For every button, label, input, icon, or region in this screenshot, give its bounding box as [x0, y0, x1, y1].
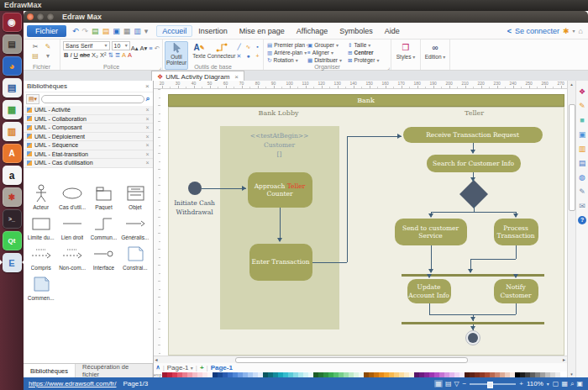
zoom-caret-icon[interactable]: ▾: [547, 381, 549, 387]
styles-icon[interactable]: ❒: [391, 40, 420, 54]
page-tab-active[interactable]: Page-1: [211, 364, 233, 372]
zoom-slider[interactable]: [470, 383, 516, 385]
menu-tab-aide[interactable]: Aide: [379, 25, 406, 37]
stencil-constrai[interactable]: Constrai...: [119, 244, 150, 271]
window-minimize-button[interactable]: [37, 13, 44, 20]
launcher-ubuntu-software[interactable]: A: [3, 144, 22, 163]
format-painter-icon[interactable]: ✎: [42, 42, 55, 51]
library-item-uml-activit[interactable]: UML - Activité×: [24, 106, 153, 115]
node-approach-teller-counter[interactable]: Approach TellerCounter: [248, 172, 312, 208]
library-item-uml-composant[interactable]: UML - Composant×: [24, 124, 153, 133]
library-close-icon[interactable]: ×: [145, 82, 150, 90]
format-paint-icon[interactable]: ✎: [576, 98, 588, 113]
se-connecter-link[interactable]: Se connecter: [515, 27, 559, 35]
save-icon[interactable]: ▣: [113, 27, 120, 35]
stencil-paquet[interactable]: Paquet: [88, 183, 119, 210]
undo-format-icon[interactable]: ↶: [155, 45, 160, 52]
edrawsoft-link[interactable]: https://www.edrawsoft.com/fr/: [29, 380, 116, 387]
window-close-button[interactable]: [27, 13, 34, 20]
paste-icon[interactable]: ▤: [29, 51, 42, 61]
search-icon[interactable]: ⌕: [146, 94, 150, 103]
swimlane-header-bank[interactable]: Bank: [168, 94, 564, 107]
stencil-compris[interactable]: Compris: [25, 244, 56, 271]
menu-tab-mise-en-page[interactable]: Mise en page: [234, 25, 291, 37]
stencil-lien-droit[interactable]: Lien droit: [56, 213, 87, 240]
share-icon[interactable]: <: [507, 27, 512, 35]
crop-tool-icon[interactable]: +: [253, 51, 262, 61]
more-icon[interactable]: ▾: [144, 27, 149, 35]
launcher-system-settings[interactable]: ✱: [3, 187, 22, 207]
undo-icon[interactable]: ↶: [72, 27, 79, 35]
notes-icon[interactable]: ▤: [576, 155, 588, 170]
superscript-icon[interactable]: X²: [100, 51, 107, 60]
node-send-to-customer-service[interactable]: Send to customerService: [395, 219, 467, 245]
fullscreen-icon[interactable]: ▣: [576, 380, 583, 388]
node-fork-bar[interactable]: [402, 274, 544, 277]
library-item-uml-collaboration[interactable]: UML - Collaboration×: [24, 115, 153, 124]
close-icon[interactable]: ×: [145, 142, 149, 148]
clipboard-icon[interactable]: ▥: [134, 27, 141, 35]
horizontal-scrollbar[interactable]: ◂ ▸: [154, 356, 568, 363]
library-item-uml-cas-d-utilisation[interactable]: UML - Cas d'utilisation×: [24, 159, 153, 168]
organiser-arriere-plan-button[interactable]: ▥Arrière-plan▾: [267, 49, 307, 56]
italic-icon[interactable]: I: [70, 51, 71, 60]
stencil-objet[interactable]: Objet: [119, 183, 150, 210]
organiser-rotation-button[interactable]: ↻Rotation▾: [267, 56, 307, 64]
library-item-uml-s-quence[interactable]: UML - Séquence×: [24, 141, 153, 150]
stencil-interface[interactable]: Interface: [88, 244, 119, 271]
launcher-files[interactable]: ▤: [3, 34, 22, 54]
page-selector[interactable]: Page-1 ▾: [167, 364, 193, 372]
menu-tab-symboles[interactable]: Symboles: [333, 25, 379, 37]
organiser-grouper-button[interactable]: ▣Grouper▾: [307, 41, 348, 49]
strikethrough-icon[interactable]: abc: [80, 51, 90, 60]
comment-icon[interactable]: ✉: [576, 198, 588, 213]
library-item-uml-tat-transition[interactable]: UML - État-transition×: [24, 150, 153, 160]
filter-icon[interactable]: ▽: [454, 380, 459, 387]
launcher-amazon[interactable]: a: [3, 166, 22, 185]
line-spacing-icon[interactable]: ⇅: [108, 51, 113, 60]
node-notify-customer[interactable]: NotifyCustomer: [494, 279, 538, 303]
organiser-taille-button[interactable]: ⇕Taille▾: [348, 41, 388, 49]
stencil-limite-du[interactable]: Limite du...: [25, 213, 56, 240]
erase-tool-icon[interactable]: ✕: [234, 51, 244, 61]
zoom-out-button[interactable]: −: [463, 380, 467, 387]
stencil-commun[interactable]: Commun...: [88, 213, 119, 240]
font-size-select[interactable]: 10▾: [112, 41, 130, 50]
zoom-level[interactable]: 110%: [527, 380, 543, 387]
library-search-input[interactable]: [41, 95, 144, 103]
scroll-right-icon[interactable]: ▸: [563, 356, 565, 363]
subscript-icon[interactable]: X₂: [92, 51, 98, 60]
organiser-aligner-button[interactable]: ≡Aligner▾: [307, 49, 348, 56]
ellipse-tool-icon[interactable]: ●: [244, 51, 253, 61]
launcher-libreoffice-impress[interactable]: ▥: [3, 122, 22, 141]
scroll-down-icon[interactable]: ▾: [568, 372, 575, 377]
grid-view-icon[interactable]: ▦: [434, 380, 443, 387]
magnifier-icon[interactable]: ⌕: [570, 380, 574, 388]
launcher-firefox[interactable]: ◕: [3, 56, 22, 76]
launcher-libreoffice-calc[interactable]: ▦: [3, 100, 22, 119]
launcher-terminal[interactable]: >_: [3, 209, 22, 229]
launcher-edraw-max[interactable]: E: [3, 253, 22, 272]
close-icon[interactable]: ×: [145, 134, 149, 140]
fill-color-icon[interactable]: ■: [576, 113, 588, 127]
document-close-icon[interactable]: ×: [234, 73, 239, 81]
fichier-menu-button[interactable]: Fichier: [27, 25, 66, 37]
dialog-launcher-icon[interactable]: ⌟: [159, 64, 161, 70]
stencil-cas-d-util[interactable]: Cas d'util...: [56, 183, 87, 210]
close-icon[interactable]: ×: [145, 124, 149, 130]
line-tool-icon[interactable]: ╱: [234, 42, 244, 51]
menu-tab-affichage[interactable]: Affichage: [291, 25, 333, 37]
library-item-uml-d-ploiement[interactable]: UML - Déploiement×: [24, 133, 153, 142]
gear-caret-icon[interactable]: ▾: [573, 28, 575, 34]
node-process-transaction[interactable]: ProcessTransaction: [494, 219, 538, 245]
print-icon[interactable]: ▦: [123, 27, 131, 35]
launcher-libreoffice-writer[interactable]: ▤: [3, 78, 22, 98]
underline-icon[interactable]: U: [74, 51, 78, 60]
align-icon[interactable]: ≡: [149, 45, 152, 52]
bold-icon[interactable]: B: [64, 51, 68, 60]
stencil-commen[interactable]: Commen...: [25, 274, 56, 301]
node-receive-transaction-request[interactable]: Receive Transaction Request: [403, 127, 543, 143]
font-family-select[interactable]: Sans Serif▾: [63, 41, 110, 50]
pages-icon[interactable]: ▤: [445, 380, 452, 387]
theme-icon[interactable]: ❖: [576, 84, 588, 98]
